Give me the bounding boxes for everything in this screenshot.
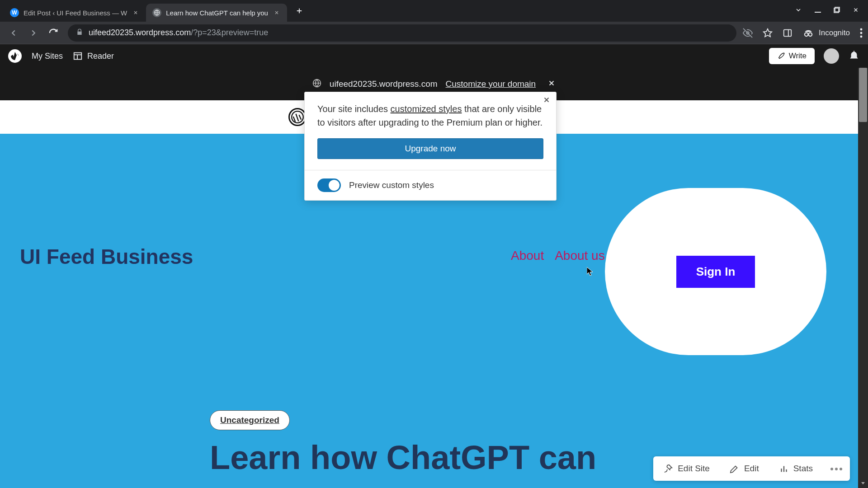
browser-tab-strip: W Edit Post ‹ UI Feed Business — W Learn… — [0, 0, 868, 22]
page-viewport: uifeed20235.wordpress.com Customize your… — [0, 68, 868, 488]
avatar[interactable] — [824, 48, 839, 64]
minimize-icon[interactable] — [815, 7, 821, 15]
bookmark-star-icon[interactable] — [763, 28, 773, 38]
svg-point-11 — [860, 32, 863, 34]
close-icon[interactable] — [853, 7, 859, 15]
wp-favicon: W — [10, 8, 19, 17]
notification-icon[interactable] — [848, 49, 860, 63]
svg-point-22 — [830, 468, 833, 470]
bottom-tools-bar: Edit Site Edit Stats — [653, 456, 850, 481]
svg-marker-5 — [764, 28, 772, 36]
edit-button[interactable]: Edit — [720, 456, 769, 481]
browser-tab-inactive[interactable]: W Edit Post ‹ UI Feed Business — W — [4, 4, 146, 22]
svg-point-23 — [835, 468, 838, 470]
svg-marker-25 — [861, 482, 865, 484]
svg-point-24 — [840, 468, 842, 470]
close-icon[interactable] — [547, 79, 556, 89]
back-button[interactable] — [5, 25, 22, 41]
nav-about[interactable]: About — [511, 249, 544, 263]
reader-link[interactable]: Reader — [73, 51, 114, 61]
wp-logo-icon[interactable] — [8, 49, 22, 63]
globe-favicon — [152, 8, 161, 17]
svg-rect-6 — [784, 29, 792, 36]
upgrade-popover: Your site includes customized styles tha… — [304, 92, 557, 201]
chevron-down-icon[interactable] — [795, 6, 802, 15]
incognito-label: Incognito — [819, 28, 850, 38]
svg-point-8 — [805, 33, 808, 36]
post-heading: Learn how ChatGPT can — [210, 441, 596, 474]
scroll-down-icon[interactable] — [858, 478, 868, 488]
panel-icon[interactable] — [783, 28, 793, 38]
svg-point-12 — [860, 35, 863, 38]
new-tab-button[interactable] — [292, 3, 307, 19]
signin-bubble: Sign In — [605, 188, 826, 355]
nav-about-us[interactable]: About us — [555, 249, 605, 263]
kebab-menu-icon[interactable] — [860, 28, 863, 38]
write-button[interactable]: Write — [769, 48, 815, 64]
tab-title: Learn how ChatGPT can help you — [166, 9, 268, 17]
wp-site-logo-icon[interactable] — [288, 108, 307, 126]
svg-point-10 — [860, 28, 863, 30]
close-icon[interactable] — [273, 9, 281, 17]
site-nav: About About us — [511, 249, 605, 263]
address-bar[interactable]: uifeed20235.wordpress.com/?p=23&preview=… — [68, 24, 736, 42]
browser-toolbar: uifeed20235.wordpress.com/?p=23&preview=… — [0, 22, 868, 44]
customize-domain-link[interactable]: Customize your domain — [446, 79, 536, 89]
browser-tab-active[interactable]: Learn how ChatGPT can help you — [146, 4, 287, 22]
signin-button[interactable]: Sign In — [676, 256, 755, 288]
popover-message: Your site includes customized styles tha… — [317, 102, 543, 129]
preview-styles-toggle[interactable] — [317, 178, 341, 192]
more-icon[interactable] — [823, 465, 850, 473]
stats-button[interactable]: Stats — [769, 456, 823, 481]
globe-icon — [312, 79, 321, 89]
tab-title: Edit Post ‹ UI Feed Business — W — [24, 9, 127, 17]
domain-text: uifeed20235.wordpress.com — [330, 79, 438, 89]
scrollbar-thumb[interactable] — [859, 68, 867, 122]
category-pill[interactable]: Uncategorized — [210, 410, 290, 430]
reload-button[interactable] — [45, 25, 61, 41]
close-icon[interactable] — [132, 9, 140, 17]
upgrade-now-button[interactable]: Upgrade now — [317, 138, 543, 159]
customized-styles-link[interactable]: customized styles — [391, 104, 462, 114]
lock-icon — [76, 28, 83, 38]
my-sites-link[interactable]: My Sites — [32, 52, 63, 61]
window-controls — [795, 6, 864, 15]
incognito-indicator[interactable]: Incognito — [802, 27, 850, 39]
vertical-scrollbar[interactable] — [858, 68, 868, 488]
svg-rect-1 — [815, 12, 821, 13]
toggle-label: Preview custom styles — [349, 180, 434, 190]
close-icon[interactable] — [542, 96, 551, 106]
forward-button[interactable] — [25, 25, 42, 41]
eye-off-icon[interactable] — [743, 28, 753, 38]
svg-point-9 — [809, 33, 812, 36]
mouse-cursor-icon — [587, 267, 593, 278]
wp-admin-bar: My Sites Reader Write — [0, 44, 868, 68]
url-text: uifeed20235.wordpress.com/?p=23&preview=… — [89, 28, 268, 38]
maximize-icon[interactable] — [834, 7, 840, 15]
toggle-knob — [329, 180, 340, 191]
edit-site-button[interactable]: Edit Site — [653, 456, 720, 481]
